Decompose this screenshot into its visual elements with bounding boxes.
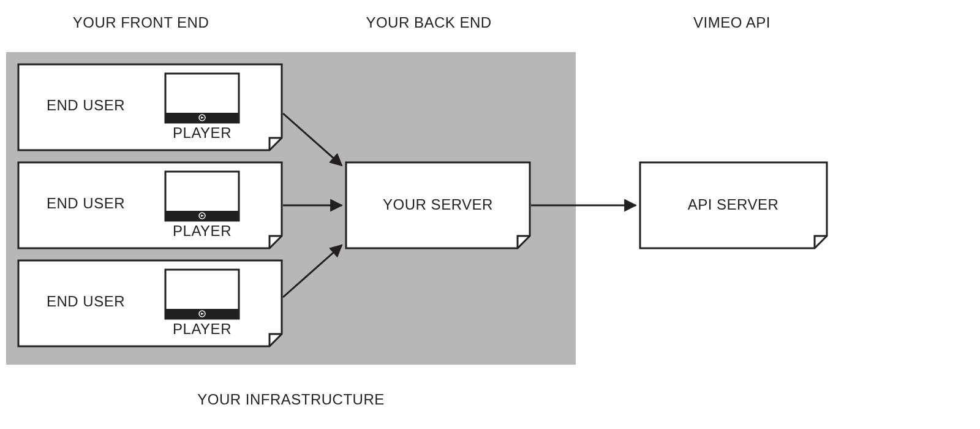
heading-api: VIMEO API xyxy=(693,14,771,31)
end-user-label: END USER xyxy=(47,97,125,113)
end-user-label: END USER xyxy=(47,293,125,309)
player-label: PLAYER xyxy=(173,222,232,239)
architecture-diagram: YOUR FRONT END YOUR BACK END VIMEO API E… xyxy=(0,0,980,429)
heading-frontend: YOUR FRONT END xyxy=(73,14,209,31)
api-label: API SERVER xyxy=(688,196,779,213)
api-card: API SERVER xyxy=(640,162,827,248)
player-icon xyxy=(165,74,239,123)
server-card: YOUR SERVER xyxy=(346,162,530,248)
frontend-card: END USER PLAYER xyxy=(18,64,282,150)
heading-backend: YOUR BACK END xyxy=(366,14,491,31)
player-label: PLAYER xyxy=(173,124,232,141)
frontend-card: END USER PLAYER xyxy=(18,260,282,346)
end-user-label: END USER xyxy=(47,195,125,211)
server-label: YOUR SERVER xyxy=(383,196,493,213)
player-icon xyxy=(165,270,239,319)
player-icon xyxy=(165,172,239,221)
frontend-card: END USER PLAYER xyxy=(18,162,282,248)
infrastructure-caption: YOUR INFRASTRUCTURE xyxy=(197,391,385,408)
player-label: PLAYER xyxy=(173,321,232,337)
